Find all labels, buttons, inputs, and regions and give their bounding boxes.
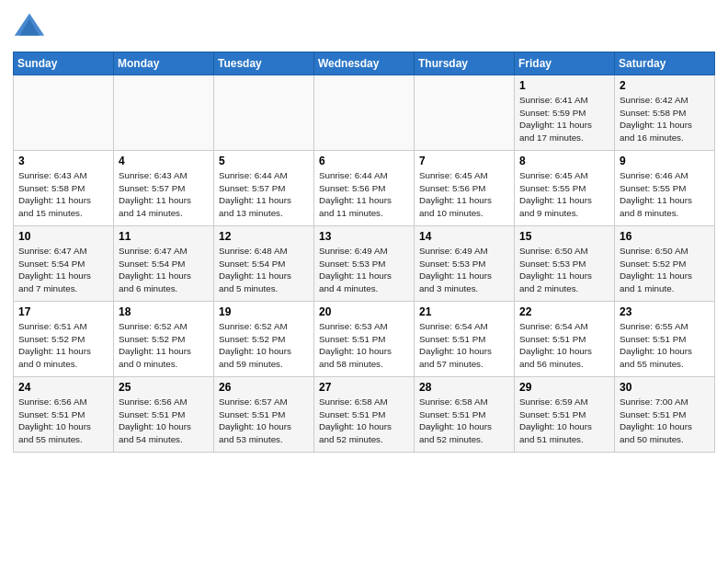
day-info: Sunrise: 6:58 AMSunset: 5:51 PMDaylight:… <box>419 396 509 446</box>
day-number: 12 <box>219 230 309 243</box>
day-number: 3 <box>18 155 108 167</box>
day-of-week-thursday: Thursday <box>415 52 515 75</box>
day-number: 8 <box>519 155 609 167</box>
calendar-cell: 22Sunrise: 6:54 AMSunset: 5:51 PMDayligh… <box>515 302 615 377</box>
day-info: Sunrise: 6:46 AMSunset: 5:55 PMDaylight:… <box>620 169 710 220</box>
day-number: 29 <box>519 381 609 394</box>
calendar-cell <box>114 75 214 151</box>
day-number: 26 <box>219 381 309 394</box>
calendar-cell: 5Sunrise: 6:44 AMSunset: 5:57 PMDaylight… <box>214 151 314 226</box>
day-number: 27 <box>319 381 409 394</box>
calendar-cell: 9Sunrise: 6:46 AMSunset: 5:55 PMDaylight… <box>615 151 715 226</box>
week-row-4: 17Sunrise: 6:51 AMSunset: 5:52 PMDayligh… <box>14 302 715 377</box>
day-info: Sunrise: 6:56 AMSunset: 5:51 PMDaylight:… <box>119 396 209 446</box>
calendar-cell: 16Sunrise: 6:50 AMSunset: 5:52 PMDayligh… <box>615 226 715 302</box>
day-of-week-saturday: Saturday <box>615 52 715 75</box>
day-info: Sunrise: 6:53 AMSunset: 5:51 PMDaylight:… <box>319 320 409 371</box>
day-info: Sunrise: 6:58 AMSunset: 5:51 PMDaylight:… <box>319 396 409 446</box>
day-info: Sunrise: 6:54 AMSunset: 5:51 PMDaylight:… <box>419 320 509 371</box>
day-number: 19 <box>219 305 309 318</box>
day-info: Sunrise: 6:49 AMSunset: 5:53 PMDaylight:… <box>319 245 409 295</box>
day-info: Sunrise: 6:52 AMSunset: 5:52 PMDaylight:… <box>219 320 309 371</box>
day-info: Sunrise: 6:42 AMSunset: 5:58 PMDaylight:… <box>620 94 710 144</box>
day-info: Sunrise: 6:57 AMSunset: 5:51 PMDaylight:… <box>219 396 309 446</box>
day-info: Sunrise: 6:47 AMSunset: 5:54 PMDaylight:… <box>18 245 108 295</box>
day-number: 14 <box>419 230 509 243</box>
calendar-cell: 28Sunrise: 6:58 AMSunset: 5:51 PMDayligh… <box>415 377 515 453</box>
calendar-cell: 25Sunrise: 6:56 AMSunset: 5:51 PMDayligh… <box>114 377 214 453</box>
week-row-5: 24Sunrise: 6:56 AMSunset: 5:51 PMDayligh… <box>14 377 715 453</box>
calendar-cell: 24Sunrise: 6:56 AMSunset: 5:51 PMDayligh… <box>14 377 114 453</box>
day-number: 30 <box>620 381 710 394</box>
calendar-cell: 6Sunrise: 6:44 AMSunset: 5:56 PMDaylight… <box>314 151 415 226</box>
day-info: Sunrise: 6:55 AMSunset: 5:51 PMDaylight:… <box>620 320 710 371</box>
day-number: 6 <box>319 155 409 167</box>
calendar-cell: 1Sunrise: 6:41 AMSunset: 5:59 PMDaylight… <box>515 75 615 151</box>
day-number: 9 <box>620 155 710 167</box>
day-info: Sunrise: 6:48 AMSunset: 5:54 PMDaylight:… <box>219 245 309 295</box>
logo <box>13 9 48 42</box>
day-number: 2 <box>620 79 710 92</box>
calendar-cell <box>14 75 114 151</box>
day-info: Sunrise: 6:41 AMSunset: 5:59 PMDaylight:… <box>519 94 609 144</box>
day-info: Sunrise: 6:47 AMSunset: 5:54 PMDaylight:… <box>119 245 209 295</box>
week-row-2: 3Sunrise: 6:43 AMSunset: 5:58 PMDaylight… <box>14 151 715 226</box>
calendar-cell: 26Sunrise: 6:57 AMSunset: 5:51 PMDayligh… <box>214 377 314 453</box>
day-number: 1 <box>519 79 609 92</box>
day-number: 21 <box>419 305 509 318</box>
day-number: 13 <box>319 230 409 243</box>
calendar-cell: 19Sunrise: 6:52 AMSunset: 5:52 PMDayligh… <box>214 302 314 377</box>
day-info: Sunrise: 6:52 AMSunset: 5:52 PMDaylight:… <box>119 320 209 371</box>
day-info: Sunrise: 6:59 AMSunset: 5:51 PMDaylight:… <box>519 396 609 446</box>
calendar-cell: 11Sunrise: 6:47 AMSunset: 5:54 PMDayligh… <box>114 226 214 302</box>
day-info: Sunrise: 6:44 AMSunset: 5:56 PMDaylight:… <box>319 169 409 220</box>
day-number: 5 <box>219 155 309 167</box>
day-info: Sunrise: 6:43 AMSunset: 5:57 PMDaylight:… <box>119 169 209 220</box>
day-number: 15 <box>519 230 609 243</box>
calendar-header: SundayMondayTuesdayWednesdayThursdayFrid… <box>14 52 715 75</box>
day-info: Sunrise: 6:51 AMSunset: 5:52 PMDaylight:… <box>18 320 108 371</box>
calendar-cell: 15Sunrise: 6:50 AMSunset: 5:53 PMDayligh… <box>515 226 615 302</box>
calendar-cell: 13Sunrise: 6:49 AMSunset: 5:53 PMDayligh… <box>314 226 415 302</box>
day-info: Sunrise: 6:49 AMSunset: 5:53 PMDaylight:… <box>419 245 509 295</box>
day-info: Sunrise: 6:43 AMSunset: 5:58 PMDaylight:… <box>18 169 108 220</box>
day-info: Sunrise: 6:50 AMSunset: 5:52 PMDaylight:… <box>620 245 710 295</box>
day-info: Sunrise: 6:45 AMSunset: 5:55 PMDaylight:… <box>519 169 609 220</box>
day-info: Sunrise: 7:00 AMSunset: 5:51 PMDaylight:… <box>620 396 710 446</box>
day-info: Sunrise: 6:45 AMSunset: 5:56 PMDaylight:… <box>419 169 509 220</box>
day-number: 25 <box>119 381 209 394</box>
day-info: Sunrise: 6:54 AMSunset: 5:51 PMDaylight:… <box>519 320 609 371</box>
day-of-week-friday: Friday <box>515 52 615 75</box>
day-of-week-sunday: Sunday <box>14 52 114 75</box>
calendar-cell: 21Sunrise: 6:54 AMSunset: 5:51 PMDayligh… <box>415 302 515 377</box>
day-info: Sunrise: 6:56 AMSunset: 5:51 PMDaylight:… <box>18 396 108 446</box>
calendar-cell: 2Sunrise: 6:42 AMSunset: 5:58 PMDaylight… <box>615 75 715 151</box>
day-number: 18 <box>119 305 209 318</box>
calendar-cell: 23Sunrise: 6:55 AMSunset: 5:51 PMDayligh… <box>615 302 715 377</box>
calendar-cell: 17Sunrise: 6:51 AMSunset: 5:52 PMDayligh… <box>14 302 114 377</box>
day-of-week-wednesday: Wednesday <box>314 52 415 75</box>
calendar-cell: 8Sunrise: 6:45 AMSunset: 5:55 PMDaylight… <box>515 151 615 226</box>
day-number: 4 <box>119 155 209 167</box>
day-number: 28 <box>419 381 509 394</box>
week-row-1: 1Sunrise: 6:41 AMSunset: 5:59 PMDaylight… <box>14 75 715 151</box>
day-of-week-monday: Monday <box>114 52 214 75</box>
calendar-cell: 29Sunrise: 6:59 AMSunset: 5:51 PMDayligh… <box>515 377 615 453</box>
day-number: 16 <box>620 230 710 243</box>
calendar-cell <box>214 75 314 151</box>
day-number: 23 <box>620 305 710 318</box>
day-number: 11 <box>119 230 209 243</box>
calendar-cell <box>314 75 415 151</box>
calendar-cell: 14Sunrise: 6:49 AMSunset: 5:53 PMDayligh… <box>415 226 515 302</box>
calendar-cell <box>415 75 515 151</box>
day-number: 7 <box>419 155 509 167</box>
week-row-3: 10Sunrise: 6:47 AMSunset: 5:54 PMDayligh… <box>14 226 715 302</box>
calendar-cell: 10Sunrise: 6:47 AMSunset: 5:54 PMDayligh… <box>14 226 114 302</box>
calendar-cell: 20Sunrise: 6:53 AMSunset: 5:51 PMDayligh… <box>314 302 415 377</box>
calendar-table: SundayMondayTuesdayWednesdayThursdayFrid… <box>13 52 715 453</box>
calendar-cell: 12Sunrise: 6:48 AMSunset: 5:54 PMDayligh… <box>214 226 314 302</box>
calendar-cell: 18Sunrise: 6:52 AMSunset: 5:52 PMDayligh… <box>114 302 214 377</box>
calendar-cell: 27Sunrise: 6:58 AMSunset: 5:51 PMDayligh… <box>314 377 415 453</box>
day-info: Sunrise: 6:44 AMSunset: 5:57 PMDaylight:… <box>219 169 309 220</box>
day-number: 17 <box>18 305 108 318</box>
